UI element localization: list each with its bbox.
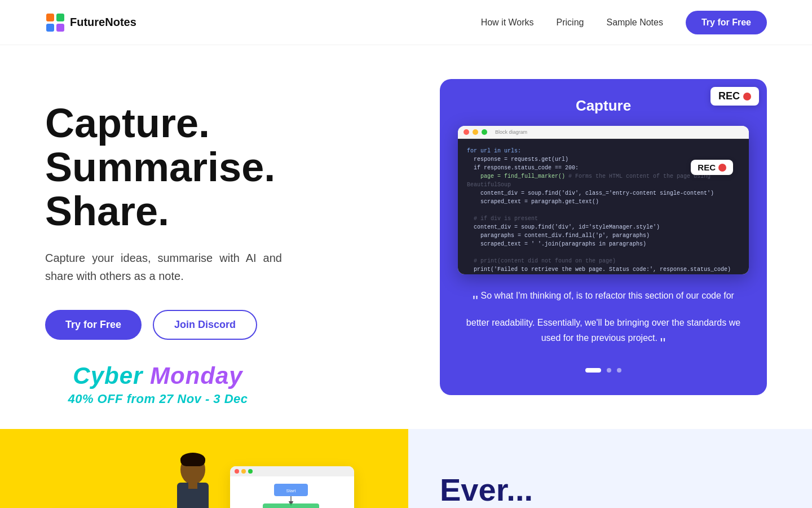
cyber-word1: Cyber	[73, 362, 143, 389]
app-mockup-container: Title Lorem Ipsum	[54, 452, 354, 508]
code-line: print('Failed to retrieve the web page. …	[467, 265, 740, 274]
headline-line3: Share.	[45, 189, 169, 234]
screen-mockup: REC Block diagram for url in urls: respo…	[458, 126, 749, 274]
code-block: for url in urls: response = requests.get…	[458, 139, 749, 274]
cyber-promo: Cyber Monday 40% OFF from 27 Nov - 3 Dec	[45, 362, 271, 406]
dot-green	[482, 129, 487, 135]
person-silhouette	[165, 452, 221, 508]
nav-cta-button[interactable]: Try for Free	[686, 11, 767, 34]
ever-title: Ever...	[440, 471, 780, 508]
code-line: paragraphs = content_div.find_all('p', p…	[467, 231, 740, 240]
dot-3[interactable]	[617, 368, 621, 373]
try-free-button[interactable]: Try for Free	[45, 310, 142, 340]
nav-link-how-it-works[interactable]: How it Works	[481, 17, 534, 28]
rec-label-inner: REC	[698, 163, 716, 172]
mockup-tab: Block diagram	[495, 129, 527, 135]
close-quote: "	[660, 335, 665, 352]
code-line	[467, 206, 740, 214]
rec-dot-inner	[718, 164, 726, 172]
headline-line1: Capture.	[45, 100, 210, 146]
flowchart-window: Start Process Data OK? Error End	[230, 466, 354, 508]
svg-text:Start: Start	[286, 488, 297, 493]
hero-subtext: Capture your ideas, summarise with AI an…	[45, 249, 282, 285]
svg-rect-3	[56, 24, 64, 32]
capture-card: Capture REC REC Block diagram	[440, 79, 767, 395]
code-line: content_div = soup.find('div', id='style…	[467, 223, 740, 231]
bottom-left-yellow: Title Lorem Ipsum	[0, 429, 408, 508]
hero-buttons: Try for Free Join Discord	[45, 310, 361, 340]
svg-rect-6	[188, 480, 197, 489]
code-line: content_div = soup.find('div', class_='e…	[467, 189, 740, 198]
svg-rect-8	[180, 455, 205, 466]
nav-links: How it Works Pricing Sample Notes Try fo…	[481, 11, 767, 34]
dot-2[interactable]	[607, 368, 611, 373]
hero-left: Capture. Summarise. Share. Capture your …	[45, 79, 361, 406]
rec-badge-inner: REC	[691, 160, 733, 175]
hero-headline: Capture. Summarise. Share.	[45, 102, 361, 233]
capture-card-title: Capture	[458, 97, 749, 115]
mockup-bar: Block diagram	[458, 126, 749, 139]
flow-dot-y	[241, 469, 246, 474]
flow-dot-g	[248, 469, 253, 474]
code-line: # if div is present	[467, 214, 740, 223]
dot-red	[464, 129, 469, 135]
svg-rect-1	[56, 14, 64, 21]
nav-link-sample-notes[interactable]: Sample Notes	[606, 17, 663, 28]
nav-link-pricing[interactable]: Pricing	[557, 17, 584, 28]
code-line	[467, 274, 740, 274]
cyber-offer: 40% OFF from 27 Nov - 3 Dec	[45, 392, 271, 406]
person-area	[165, 452, 221, 508]
cyber-monday-title: Cyber Monday	[45, 362, 271, 389]
bottom-section: Title Lorem Ipsum	[0, 429, 812, 508]
brand-name: FutureNotes	[70, 16, 136, 29]
logo-icon	[45, 12, 65, 33]
join-discord-button[interactable]: Join Discord	[153, 310, 257, 340]
rec-dot-main	[743, 93, 751, 100]
bottom-right: Ever... ...Thought that you had a great …	[408, 429, 812, 508]
hero-section: Capture. Summarise. Share. Capture your …	[0, 45, 812, 429]
code-line: scraped_text = ' '.join(paragraphs in pa…	[467, 240, 740, 248]
quote-text: So what I'm thinking of, is to refactor …	[466, 291, 740, 343]
rec-badge-main: REC	[710, 87, 759, 106]
dot-1[interactable]	[585, 368, 601, 373]
hero-right: Capture REC REC Block diagram	[440, 79, 767, 395]
rec-label-main: REC	[718, 90, 740, 102]
code-line	[467, 248, 740, 257]
quote-block: " So what I'm thinking of, is to refacto…	[458, 288, 749, 357]
flow-dot-r	[235, 469, 239, 474]
open-quote: "	[473, 292, 478, 310]
cyber-word2: Monday	[150, 362, 243, 389]
svg-rect-2	[46, 24, 54, 32]
navbar: FutureNotes How it Works Pricing Sample …	[0, 0, 812, 45]
svg-rect-0	[46, 14, 54, 21]
code-line: # print(content did not found on the pag…	[467, 257, 740, 265]
flowchart-bar	[230, 466, 354, 476]
headline-line2: Summarise.	[45, 144, 275, 190]
code-line: for url in urls:	[467, 147, 740, 155]
brand-logo[interactable]: FutureNotes	[45, 12, 136, 33]
flowchart-content: Start Process Data OK? Error End	[230, 476, 354, 508]
code-line: scraped_text = paragraph.get_text()	[467, 198, 740, 206]
dot-yellow	[473, 129, 478, 135]
flowchart-svg: Start Process Data OK? Error End	[235, 481, 347, 508]
svg-rect-12	[263, 503, 319, 508]
dots-indicator	[458, 368, 749, 373]
